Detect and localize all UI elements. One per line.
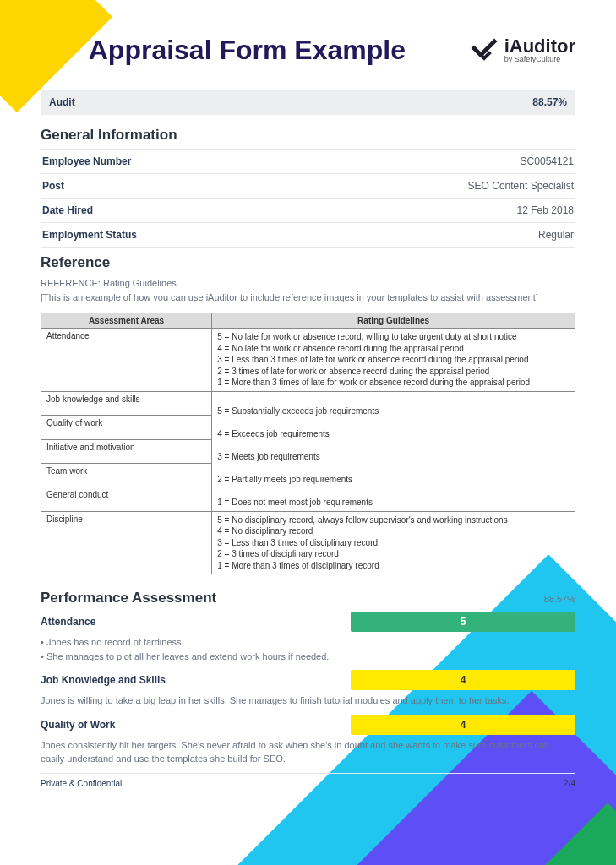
assess-label: Job Knowledge and Skills [41,674,351,686]
ref-area: Discipline [41,511,212,574]
assessment-row: Attendance 5 [41,612,575,632]
page-header: Appraisal Form Example iAuditor by Safet… [41,34,575,66]
kv-value: 12 Feb 2018 [517,204,574,216]
kv-row: Post SEO Content Specialist [41,173,575,198]
assess-notes: Jones is willing to take a big leap in h… [41,694,575,708]
assess-label: Quality of Work [41,719,351,731]
assess-notes: Jones consistently hit her targets. She'… [41,738,575,766]
section-reference-title: Reference [41,254,575,271]
kv-label: Date Hired [42,204,93,216]
reference-table: Assessment Areas Rating Guidelines Atten… [41,313,575,574]
general-info-block: Employee Number SC0054121 Post SEO Conte… [41,149,575,248]
kv-label: Employment Status [42,229,137,241]
logo-sub: by SafetyCulture [504,56,575,63]
page-content: Appraisal Form Example iAuditor by Safet… [0,0,616,805]
table-row: Job knowledge and skills 5 = Substantial… [41,391,575,415]
performance-percent: 88.57% [544,594,575,604]
footer-right: 2/4 [564,779,575,788]
score-pill: 4 [351,670,575,690]
ref-area: Initiative and motivation [41,439,212,463]
assess-note: Jones has no record of tardiness. [41,635,575,650]
ref-guide: 5 = No late for work or absence record, … [212,329,575,392]
kv-label: Post [42,180,64,192]
assess-notes: Jones has no record of tardiness. She ma… [41,635,575,663]
ref-guide: 5 = No disciplinary record, always follo… [212,511,575,574]
kv-row: Date Hired 12 Feb 2018 [41,198,575,222]
assess-label: Attendance [41,616,351,628]
kv-value: SC0054121 [521,155,574,167]
logo-icon [471,36,498,63]
ref-area: Team work [41,464,212,487]
audit-label: Audit [49,96,75,108]
audit-percent: 88.57% [532,96,567,108]
table-row: Discipline 5 = No disciplinary record, a… [41,511,575,574]
ref-area: Attendance [41,329,212,392]
score-pill: 4 [351,715,575,735]
footer-left: Private & Confidential [41,779,122,788]
kv-value: SEO Content Specialist [468,180,574,192]
kv-label: Employee Number [42,155,131,167]
ref-caption-line1: REFERENCE: Rating Guidelines [41,276,575,291]
kv-value: Regular [538,229,574,241]
ref-area: Quality of work [41,416,212,439]
kv-row: Employment Status Regular [41,222,575,248]
audit-bar: Audit 88.57% [41,90,575,115]
performance-header: Performance Assessment 88.57% [41,590,575,607]
logo-main: iAuditor [504,37,575,56]
page-title: Appraisal Form Example [41,34,454,66]
kv-row: Employee Number SC0054121 [41,149,575,173]
logo-text: iAuditor by SafetyCulture [504,37,575,63]
section-general-title: General Information [41,127,575,144]
assess-note: She manages to plot all her leaves and e… [41,650,575,664]
logo: iAuditor by SafetyCulture [471,36,575,63]
assessment-row: Job Knowledge and Skills 4 [41,670,575,690]
page-footer: Private & Confidential 2/4 [41,773,575,788]
ref-area: Job knowledge and skills [41,391,212,415]
section-performance-title: Performance Assessment [41,590,216,607]
ref-caption-line2: [This is an example of how you can use i… [41,291,575,305]
table-row: Attendance 5 = No late for work or absen… [41,329,575,392]
ref-area: General conduct [41,487,212,511]
ref-th-guide: Rating Guidelines [212,313,575,329]
score-pill: 5 [351,612,575,632]
assessment-row: Quality of Work 4 [41,715,575,735]
reference-caption: REFERENCE: Rating Guidelines [This is an… [41,276,575,304]
ref-th-area: Assessment Areas [41,313,212,329]
ref-guide-merged: 5 = Substantially exceeds job requiremen… [212,391,575,511]
